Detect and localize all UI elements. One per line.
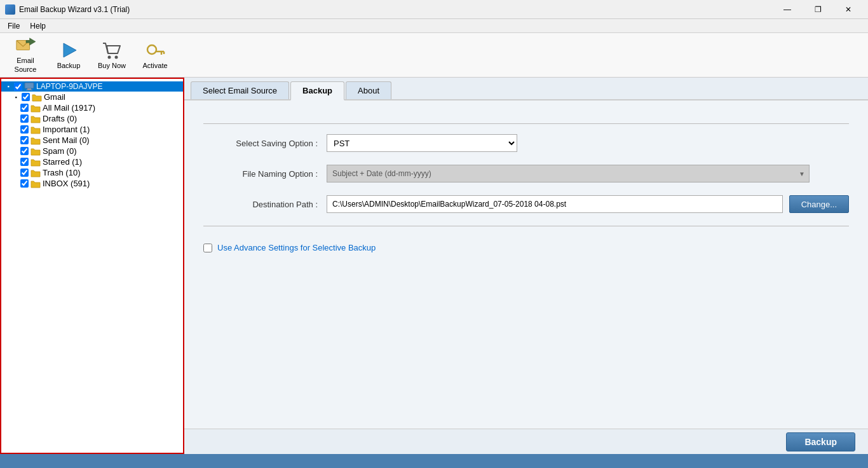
computer-icon bbox=[24, 82, 34, 91]
folder-checkbox-4[interactable] bbox=[20, 147, 29, 155]
toolbar: Email Source Backup Buy Now bbox=[0, 33, 868, 78]
backup-button[interactable]: Backup bbox=[786, 432, 855, 451]
folder-label-0: All Mail (1917) bbox=[43, 103, 95, 113]
file-naming-arrow-icon: ▼ bbox=[799, 170, 805, 177]
svg-point-3 bbox=[108, 55, 111, 59]
folder-checkbox-2[interactable] bbox=[20, 125, 29, 134]
root-label: LAPTOP-9DAJVPE bbox=[36, 82, 102, 91]
close-button[interactable]: ✕ bbox=[834, 0, 863, 19]
buy-now-icon bbox=[102, 40, 122, 60]
svg-rect-10 bbox=[25, 83, 34, 88]
file-naming-value: Subject + Date (dd-mm-yyyy) bbox=[332, 169, 431, 178]
folder-icon bbox=[31, 114, 41, 123]
folder-label-4: Spam (0) bbox=[43, 146, 76, 156]
app-icon bbox=[5, 4, 15, 15]
folder-label-5: Starred (1) bbox=[43, 157, 82, 167]
folder-label-1: Drafts (0) bbox=[43, 114, 77, 123]
destination-path-input[interactable] bbox=[327, 195, 783, 213]
root-toggle[interactable]: ▪ bbox=[4, 82, 13, 91]
menu-file[interactable]: File bbox=[3, 20, 25, 32]
file-naming-row: File Naming Option : Subject + Date (dd-… bbox=[203, 165, 849, 182]
folder-label-2: Important (1) bbox=[43, 125, 90, 134]
bottom-bar: Backup bbox=[184, 429, 868, 454]
svg-point-4 bbox=[115, 55, 118, 59]
status-bar bbox=[0, 454, 868, 468]
folder-spam[interactable]: Spam (0) bbox=[1, 146, 183, 156]
folder-label-7: INBOX (591) bbox=[43, 179, 90, 188]
menu-help[interactable]: Help bbox=[25, 20, 51, 32]
right-panel: Select Email Source Backup About Select … bbox=[184, 78, 868, 454]
folder-drafts[interactable]: Drafts (0) bbox=[1, 113, 183, 124]
separator-middle bbox=[203, 226, 849, 226]
tab-select-source[interactable]: Select Email Source bbox=[191, 81, 289, 99]
folder-icon bbox=[31, 136, 41, 145]
advance-settings-checkbox[interactable] bbox=[203, 244, 212, 252]
folder-checkbox-3[interactable] bbox=[20, 136, 29, 144]
svg-rect-12 bbox=[26, 90, 32, 90]
svg-point-6 bbox=[147, 45, 156, 54]
folder-label-6: Trash (10) bbox=[43, 168, 80, 177]
gmail-node[interactable]: ▪ Gmail bbox=[1, 92, 183, 102]
tab-content: Select Saving Option : PST MSG EML MBOX … bbox=[184, 100, 868, 429]
email-source-icon bbox=[15, 36, 36, 55]
tab-bar: Select Email Source Backup About bbox=[184, 78, 868, 100]
minimize-button[interactable]: — bbox=[773, 0, 802, 19]
title-bar: Email Backup Wizard v3.1 (Trial) — ❐ ✕ bbox=[0, 0, 868, 19]
folder-icon bbox=[31, 158, 41, 167]
maximize-button[interactable]: ❐ bbox=[803, 0, 832, 19]
folder-sent-mail[interactable]: Sent Mail (0) bbox=[1, 135, 183, 146]
window-controls[interactable]: — ❐ ✕ bbox=[773, 0, 863, 19]
svg-line-5 bbox=[107, 46, 108, 53]
file-naming-label: File Naming Option : bbox=[203, 169, 318, 179]
folder-starred[interactable]: Starred (1) bbox=[1, 156, 183, 167]
main-layout: ▪ LAPTOP-9DAJVPE ▪ Gmail All Mail (1 bbox=[0, 78, 868, 454]
folder-label-3: Sent Mail (0) bbox=[43, 135, 90, 145]
saving-option-row: Select Saving Option : PST MSG EML MBOX … bbox=[203, 134, 849, 152]
folder-icon bbox=[31, 104, 41, 113]
gmail-checkbox[interactable] bbox=[22, 93, 30, 101]
destination-label: Destination Path : bbox=[203, 200, 318, 209]
separator-top bbox=[203, 123, 849, 124]
backup-toolbar-button[interactable]: Backup bbox=[48, 36, 89, 74]
folder-checkbox-5[interactable] bbox=[20, 158, 29, 166]
saving-option-select[interactable]: PST MSG EML MBOX PDF bbox=[327, 134, 517, 152]
folder-icon bbox=[32, 93, 42, 102]
tab-about[interactable]: About bbox=[346, 81, 391, 99]
folder-tree-panel: ▪ LAPTOP-9DAJVPE ▪ Gmail All Mail (1 bbox=[0, 78, 184, 454]
destination-row: Destination Path : Change... bbox=[203, 195, 849, 213]
svg-rect-11 bbox=[27, 88, 31, 90]
folder-checkbox-1[interactable] bbox=[20, 114, 29, 123]
advance-settings-label: Use Advance Settings for Selective Backu… bbox=[217, 243, 376, 252]
folder-icon bbox=[31, 147, 41, 156]
svg-marker-2 bbox=[64, 43, 76, 57]
folder-inbox[interactable]: INBOX (591) bbox=[1, 178, 183, 189]
title-bar-left: Email Backup Wizard v3.1 (Trial) bbox=[5, 4, 130, 15]
buy-now-button[interactable]: Buy Now bbox=[92, 36, 132, 74]
backup-toolbar-label: Backup bbox=[57, 62, 81, 70]
backup-icon bbox=[58, 40, 79, 60]
tree-root-node[interactable]: ▪ LAPTOP-9DAJVPE bbox=[1, 81, 183, 92]
activate-button[interactable]: Activate bbox=[135, 36, 175, 74]
tab-backup[interactable]: Backup bbox=[290, 81, 344, 100]
folder-checkbox-0[interactable] bbox=[20, 104, 29, 112]
menu-bar: File Help bbox=[0, 19, 868, 33]
folder-checkbox-7[interactable] bbox=[20, 179, 29, 188]
folder-checkbox-6[interactable] bbox=[20, 169, 29, 177]
saving-option-control: PST MSG EML MBOX PDF bbox=[327, 134, 810, 152]
folder-important[interactable]: Important (1) bbox=[1, 124, 183, 135]
email-source-button[interactable]: Email Source bbox=[5, 36, 46, 74]
activate-icon bbox=[145, 40, 165, 60]
root-checkbox[interactable] bbox=[14, 83, 22, 91]
folder-all-mail[interactable]: All Mail (1917) bbox=[1, 102, 183, 113]
folder-trash[interactable]: Trash (10) bbox=[1, 167, 183, 178]
file-naming-box: Subject + Date (dd-mm-yyyy) ▼ bbox=[327, 165, 810, 182]
folder-icon bbox=[31, 125, 41, 134]
advance-settings-row: Use Advance Settings for Selective Backu… bbox=[203, 237, 849, 259]
activate-label: Activate bbox=[142, 62, 167, 70]
gmail-toggle[interactable]: ▪ bbox=[11, 93, 20, 102]
folder-icon bbox=[31, 179, 41, 188]
saving-option-label: Select Saving Option : bbox=[203, 139, 318, 148]
gmail-label: Gmail bbox=[44, 92, 65, 102]
folder-icon bbox=[31, 169, 41, 177]
change-button[interactable]: Change... bbox=[789, 195, 849, 213]
